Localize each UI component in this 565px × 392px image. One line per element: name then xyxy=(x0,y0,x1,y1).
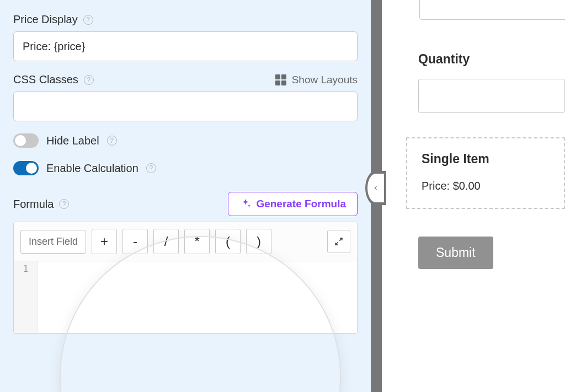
generate-formula-button[interactable]: Generate Formula xyxy=(228,192,358,216)
preview-input[interactable] xyxy=(419,0,565,20)
price-display-label-text: Price Display xyxy=(13,13,78,26)
hide-label-row: Hide Label ? xyxy=(13,133,358,148)
css-classes-group: CSS Classes ? Show Layouts xyxy=(13,73,358,121)
enable-calculation-text: Enable Calculation xyxy=(46,162,138,175)
help-icon[interactable]: ? xyxy=(146,163,156,173)
formula-editor: Insert Field + - / * ( ) 1 xyxy=(13,222,358,334)
operator-multiply-button[interactable]: * xyxy=(184,229,210,254)
operator-divide-button[interactable]: / xyxy=(153,229,179,254)
code-body[interactable] xyxy=(38,261,357,333)
generate-formula-text: Generate Formula xyxy=(256,198,346,210)
code-area[interactable]: 1 xyxy=(14,261,357,333)
operator-plus-button[interactable]: + xyxy=(92,229,117,254)
css-classes-label: CSS Classes ? xyxy=(13,73,94,86)
expand-icon xyxy=(334,237,343,246)
show-layouts-text: Show Layouts xyxy=(292,74,358,86)
enable-calculation-row: Enable Calculation ? xyxy=(13,161,358,175)
hide-label-text: Hide Label xyxy=(46,135,99,147)
expand-editor-button[interactable] xyxy=(327,230,350,253)
show-layouts-button[interactable]: Show Layouts xyxy=(275,74,358,86)
price-display-input[interactable] xyxy=(13,31,358,61)
operator-open-paren-button[interactable]: ( xyxy=(215,229,241,254)
css-classes-input[interactable] xyxy=(13,92,358,121)
operator-minus-button[interactable]: - xyxy=(122,229,148,254)
css-classes-label-text: CSS Classes xyxy=(13,73,78,86)
single-item-block[interactable]: Single Item Price: $0.00 xyxy=(406,137,565,209)
enable-calculation-toggle[interactable] xyxy=(13,161,39,175)
insert-field-button[interactable]: Insert Field xyxy=(20,230,86,254)
operator-close-paren-button[interactable]: ) xyxy=(246,229,271,254)
formula-header: Formula ? Generate Formula xyxy=(13,192,358,216)
line-number: 1 xyxy=(14,264,38,274)
formula-label: Formula ? xyxy=(13,198,69,211)
price-display-label-row: Price Display ? xyxy=(13,13,358,26)
collapse-panel-button[interactable] xyxy=(365,171,386,205)
sparkle-icon xyxy=(239,198,252,210)
quantity-input[interactable] xyxy=(418,79,565,113)
help-icon[interactable]: ? xyxy=(107,136,117,146)
css-classes-label-row: CSS Classes ? Show Layouts xyxy=(13,73,358,86)
single-item-title: Single Item xyxy=(422,152,550,167)
preview-panel: Quantity Single Item Price: $0.00 Submit xyxy=(382,0,565,392)
submit-button[interactable]: Submit xyxy=(418,237,493,269)
single-item-price: Price: $0.00 xyxy=(422,180,550,192)
settings-panel: Price Display ? CSS Classes ? Show Layou… xyxy=(0,0,371,392)
formula-toolbar: Insert Field + - / * ( ) xyxy=(14,222,357,261)
quantity-label: Quantity xyxy=(418,52,565,67)
formula-label-text: Formula xyxy=(13,198,54,211)
help-icon[interactable]: ? xyxy=(84,75,94,85)
grid-icon xyxy=(275,74,286,85)
chevron-left-icon xyxy=(372,184,379,192)
help-icon[interactable]: ? xyxy=(83,15,93,25)
line-gutter: 1 xyxy=(14,261,38,333)
hide-label-toggle[interactable] xyxy=(13,133,39,148)
price-display-group: Price Display ? xyxy=(13,13,358,61)
price-display-label: Price Display ? xyxy=(13,13,93,26)
help-icon[interactable]: ? xyxy=(59,199,69,209)
